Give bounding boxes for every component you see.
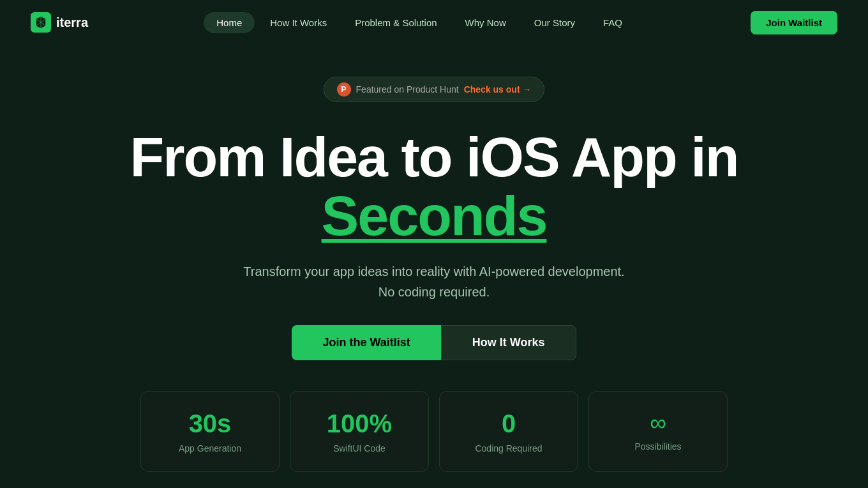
stat-card-coding: 0 Coding Required xyxy=(439,391,578,472)
stat-label-possibilities: Possibilities xyxy=(602,441,714,452)
stat-value-coding: 0 xyxy=(453,409,565,438)
stat-label-coding: Coding Required xyxy=(453,443,565,454)
hero-title: From Idea to iOS App in Seconds xyxy=(31,128,837,246)
stat-value-swiftui: 100% xyxy=(303,409,415,438)
stat-card-app-generation: 30s App Generation xyxy=(140,391,280,472)
nav-how-it-works[interactable]: How It Works xyxy=(257,12,340,33)
product-hunt-icon: P xyxy=(337,82,351,96)
nav-why-now[interactable]: Why Now xyxy=(453,12,519,33)
logo-icon xyxy=(31,12,51,33)
stat-card-swiftui: 100% SwiftUI Code xyxy=(290,391,429,472)
nav-join-waitlist-button[interactable]: Join Waitlist xyxy=(751,11,837,34)
stat-label-app-generation: App Generation xyxy=(154,443,266,454)
product-hunt-badge: P Featured on Product Hunt Check us out … xyxy=(324,77,545,102)
product-hunt-link[interactable]: Check us out → xyxy=(464,84,532,95)
stat-value-app-generation: 30s xyxy=(154,409,266,438)
nav-links: Home How It Works Problem & Solution Why… xyxy=(204,12,635,33)
hero-section: P Featured on Product Hunt Check us out … xyxy=(0,45,868,488)
stats-grid: 30s App Generation 100% SwiftUI Code 0 C… xyxy=(140,391,728,472)
infinity-icon: ∞ xyxy=(602,409,714,436)
stat-label-swiftui: SwiftUI Code xyxy=(303,443,415,454)
logo-text: iterra xyxy=(56,15,88,30)
how-it-works-button[interactable]: How It Works xyxy=(441,325,576,360)
stat-card-possibilities: ∞ Possibilities xyxy=(588,391,728,472)
hero-title-part1: From Idea to iOS App in xyxy=(130,125,738,188)
join-waitlist-button[interactable]: Join the Waitlist xyxy=(292,325,440,360)
nav-faq[interactable]: FAQ xyxy=(590,12,635,33)
cta-buttons: Join the Waitlist How It Works xyxy=(31,325,837,360)
product-hunt-prefix: Featured on Product Hunt xyxy=(356,84,459,95)
logo[interactable]: iterra xyxy=(31,12,88,33)
nav-our-story[interactable]: Our Story xyxy=(521,12,588,33)
hero-subtitle: Transform your app ideas into reality wi… xyxy=(243,261,625,302)
nav-home[interactable]: Home xyxy=(204,12,255,33)
nav-problem-solution[interactable]: Problem & Solution xyxy=(342,12,449,33)
hero-title-highlight: Seconds xyxy=(322,184,547,247)
navbar: iterra Home How It Works Problem & Solut… xyxy=(0,0,868,45)
